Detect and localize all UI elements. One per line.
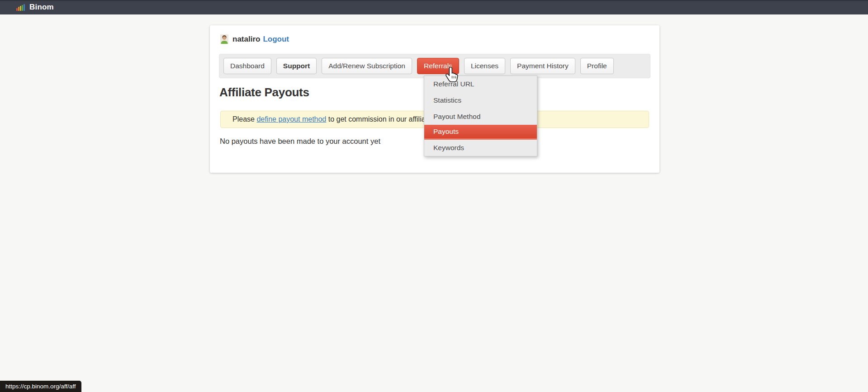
empty-state-message: No payouts have been made to your accoun… — [220, 137, 380, 146]
define-payout-method-link[interactable]: define payout method — [256, 115, 326, 123]
menu-item-keywords[interactable]: Keywords — [424, 140, 537, 156]
nav-button-payment-history[interactable]: Payment History — [510, 58, 575, 74]
brand-name[interactable]: Binom — [29, 3, 54, 12]
user-row: nataliro Logout — [220, 34, 289, 44]
navbar: Dashboard Support Add/Renew Subscription… — [219, 54, 650, 78]
menu-item-payout-method[interactable]: Payout Method — [424, 109, 537, 125]
nav-button-support[interactable]: Support — [276, 58, 317, 74]
page-title: Affiliate Payouts — [219, 86, 309, 99]
menu-item-referral-url[interactable]: Referral URL — [424, 76, 537, 92]
nav-button-profile[interactable]: Profile — [580, 58, 614, 74]
binom-logo-icon — [16, 4, 25, 11]
nav-button-add-renew-subscription[interactable]: Add/Renew Subscription — [322, 58, 412, 74]
logout-link[interactable]: Logout — [263, 35, 289, 44]
nav-button-licenses[interactable]: Licenses — [464, 58, 505, 74]
nav-button-referrals[interactable]: Referrals — [417, 58, 459, 74]
menu-item-payouts[interactable]: Payouts — [424, 125, 537, 140]
user-avatar-icon — [220, 34, 228, 44]
referrals-dropdown-menu: Referral URL Statistics Payout Method Pa… — [424, 76, 537, 156]
menu-item-statistics[interactable]: Statistics — [424, 92, 537, 109]
nav-button-dashboard[interactable]: Dashboard — [223, 58, 271, 74]
notice-text-prefix: Please — [232, 115, 256, 123]
status-url-tooltip: https://cp.binom.org/aff/aff — [0, 381, 81, 392]
topbar: Binom — [0, 0, 868, 14]
username: nataliro — [232, 35, 260, 44]
